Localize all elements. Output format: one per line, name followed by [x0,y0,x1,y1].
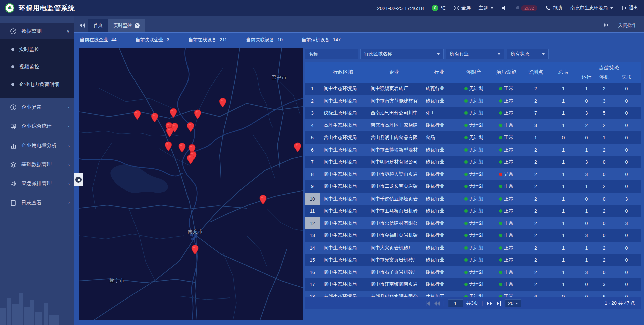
next-page-button[interactable] [486,301,492,306]
cell-running-count: 3 [578,266,595,279]
map-marker-icon[interactable] [164,141,172,151]
chevron-down-icon [610,7,613,9]
sidebar-item-2[interactable]: 企业综合统计‹ [0,117,74,136]
cell-meter-count: 1 [549,254,578,266]
tabs-scroll-right-icon[interactable] [604,23,609,29]
chevron-left-icon: ‹ [68,181,70,186]
table-row[interactable]: 9阆中生态环境局阆中市二龙长宝页岩砖砖瓦行业无计划正常21120 [305,180,641,193]
table-row[interactable]: 12阆中生态环境局阆中市忠信建材有限公砖瓦行业无计划正常21003 [305,217,641,230]
sidebar-item-0[interactable]: 数据监测∨ [0,23,74,39]
cell-monitor-count: 2 [522,83,549,95]
table-row[interactable]: 15阆中生态环境局阆中市光富页岩机砖厂砖瓦行业无计划正常21120 [305,254,641,266]
status-filter-select[interactable]: 所有状态 [507,49,549,59]
sidebar-subitem-1[interactable]: 视频监控 [0,58,74,75]
page-number-input[interactable] [448,299,463,307]
cell-company: 阆中市江南镇阆南页岩 [367,278,422,291]
industry-filter-select[interactable]: 所有行业 [446,49,504,59]
name-filter-input[interactable] [305,49,358,59]
map-marker-icon[interactable] [169,108,177,118]
table-row[interactable]: 14阆中生态环境局阆中大兴页岩机砖厂砖瓦行业无计划正常21120 [305,242,641,254]
help-button[interactable]: 帮助 [545,5,562,11]
column-header-2: 行业 [422,62,457,83]
sidebar-subitem-0[interactable]: 实时监控 [0,41,74,58]
logout-button[interactable]: 退出 [621,5,638,11]
status-dot-green-icon [464,197,468,201]
map-marker-icon[interactable] [194,109,202,119]
org-dropdown[interactable]: 南充市生态环境局 [570,5,613,11]
cell-monitor-count: 2 [522,156,549,168]
row-index: 4 [305,119,320,132]
map-marker-icon[interactable] [133,110,141,120]
mute-speaker-button[interactable] [501,5,507,11]
sidebar-item-3[interactable]: 企业用电量分析‹ [0,136,74,155]
table-row[interactable]: 18南部生态环境局南部县砒华水泥有限公建材加工无计划正常60060 [305,291,641,297]
last-page-button[interactable] [496,301,502,306]
chevron-down-icon [515,303,518,304]
cell-running-count: 3 [578,156,595,168]
sidebar-subitem-2[interactable]: 企业电力负荷明细 [0,75,74,93]
table-row[interactable]: 10阆中生态环境局阆中千佛镇五郎垭页岩砖瓦行业无计划正常21003 [305,193,641,205]
table-row[interactable]: 4高坪生态环境局南充市高坪区王家店建砖瓦行业无计划正常31220 [305,119,641,132]
table-row[interactable]: 5营山生态环境局营山县润丰肉食品有限食品无计划正常10010 [305,131,641,144]
map-marker-icon[interactable] [191,245,199,255]
sidebar-item-6[interactable]: 日志查看‹ [0,193,74,212]
notification-button[interactable]: 2632 [515,5,537,11]
table-row[interactable]: 1阆中生态环境局阆中强锐页岩砖厂砖瓦行业无计划正常21120 [305,83,641,95]
cell-monitor-count: 1 [522,131,549,144]
stats-board-icon [10,123,17,130]
prev-page-button[interactable] [434,301,440,306]
cell-industry: 砖瓦行业 [422,119,457,132]
map-marker-icon[interactable] [151,113,159,123]
map-marker-icon[interactable] [259,195,267,205]
table-row[interactable]: 7阆中生态环境局阆中明阳建材有限公司砖瓦行业无计划正常21300 [305,156,641,168]
cell-pollution-facility: 正常 [490,180,522,193]
close-operations-button[interactable]: 关闭操作 [618,22,637,29]
map-marker-icon[interactable] [186,122,195,132]
tab-bar: 首页实时监控✕ 关闭操作 [74,16,644,33]
cell-production-plan: 无计划 [457,229,490,242]
map-marker-icon[interactable] [219,98,227,108]
table-row[interactable]: 13阆中生态环境局阆中市金福旺页岩机砖砖瓦行业无计划正常21300 [305,229,641,242]
cell-meter-count: 1 [549,107,578,119]
map[interactable]: 巴中市南充市遂宁市 ◀ [79,48,303,320]
cell-stopped-count: 3 [595,278,613,291]
cell-meter-count: 1 [549,119,578,132]
map-collapse-button[interactable]: ◀ [74,173,83,186]
cell-pollution-facility: 正常 [490,144,522,156]
cell-monitor-count: 2 [522,229,549,242]
page-size-select[interactable]: 20 [505,299,521,307]
table-row[interactable]: 3仪陇生态环境局西南油气田分公司川中化工无计划正常71350 [305,107,641,119]
fullscreen-button[interactable]: 全屏 [454,5,471,11]
bullet-dot-icon [11,48,14,51]
sidebar-item-4[interactable]: 基础数据管理‹ [0,155,74,174]
tab-实时监控[interactable]: 实时监控✕ [108,19,145,32]
theme-dropdown[interactable]: 主题 [479,5,493,11]
map-marker-icon[interactable] [166,127,174,137]
table-row[interactable]: 2阆中生态环境局阆中市南方节能建材有砖瓦行业无计划正常21030 [305,95,641,107]
table-row[interactable]: 16阆中生态环境局阆中市石子页岩机砖厂砖瓦行业无计划正常21300 [305,266,641,279]
cell-company: 阆中市二龙长宝页岩砖 [367,180,422,193]
pagination-bar: | 共3页 | 20 [305,297,641,309]
skyline-decoration [0,285,74,325]
map-marker-icon[interactable] [178,143,186,153]
tabs-scroll-left-icon[interactable] [76,19,88,32]
close-icon[interactable]: ✕ [135,23,140,28]
plan-label: 无计划 [469,86,483,92]
plan-label: 无计划 [469,232,483,238]
sidebar-item-label: 数据监测 [21,28,42,34]
sidebar-item-1[interactable]: 企业异常‹ [0,98,74,117]
table-row[interactable]: 11阆中生态环境局阆中市五马桥页岩机砖砖瓦行业无计划正常21120 [305,205,641,217]
first-page-button[interactable] [425,301,431,306]
sidebar-item-label: 基础数据管理 [21,161,52,168]
temperature: 0 ℃ [432,5,446,11]
table-row[interactable]: 6阆中生态环境局阆中市金博瑞新型墙材砖瓦行业无计划正常21120 [305,144,641,156]
tab-首页[interactable]: 首页 [88,19,108,32]
table-row[interactable]: 17阆中生态环境局阆中市江南镇阆南页岩砖瓦行业无计划正常21030 [305,278,641,291]
facility-status-label: 正常 [504,98,514,104]
map-marker-icon[interactable] [186,154,195,164]
map-marker-icon[interactable] [293,142,302,152]
cell-industry: 砖瓦行业 [422,83,457,95]
region-filter-select[interactable]: 行政区域名称 [360,49,444,59]
sidebar-item-5[interactable]: 应急减排管理‹ [0,174,74,193]
table-row[interactable]: 8阆中生态环境局阆中市枣碧大梁山页岩砖瓦行业无计划异常21300 [305,168,641,181]
